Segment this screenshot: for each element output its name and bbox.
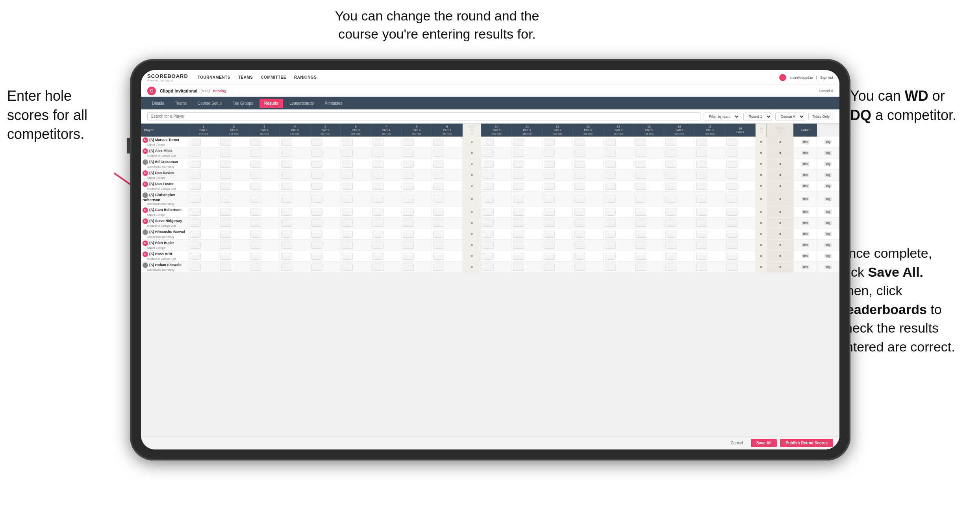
hole-9-input[interactable] xyxy=(432,181,462,192)
score-input-box[interactable] xyxy=(190,231,201,238)
score-input-box[interactable] xyxy=(574,161,585,168)
hole-17-input[interactable] xyxy=(695,148,725,159)
score-input-box[interactable] xyxy=(544,183,555,190)
score-input-box[interactable] xyxy=(635,231,646,238)
score-input-box[interactable] xyxy=(726,253,737,260)
dq-cell[interactable]: DQ xyxy=(817,218,839,229)
hole-10-input[interactable] xyxy=(482,218,512,229)
hole-10-input[interactable] xyxy=(482,192,512,207)
score-input-box[interactable] xyxy=(544,196,555,203)
score-input-box[interactable] xyxy=(250,209,261,216)
hole-9-input[interactable] xyxy=(432,148,462,159)
publish-round-scores-button[interactable]: Publish Round Scores xyxy=(780,439,833,447)
score-input-box[interactable] xyxy=(372,196,383,203)
hole-16-input[interactable] xyxy=(664,229,695,240)
hole-16-input[interactable] xyxy=(664,148,695,159)
score-input-box[interactable] xyxy=(403,161,414,168)
hole-10-input[interactable] xyxy=(482,207,512,218)
score-input-box[interactable] xyxy=(403,242,414,249)
score-input-box[interactable] xyxy=(433,242,444,249)
score-input-box[interactable] xyxy=(574,264,585,271)
hole-15-input[interactable] xyxy=(634,207,664,218)
score-input-box[interactable] xyxy=(311,161,322,168)
hole-18-input[interactable] xyxy=(725,218,756,229)
hole-10-input[interactable] xyxy=(482,159,512,170)
hole-2-input[interactable] xyxy=(219,262,249,273)
tab-leaderboards[interactable]: Leaderboards xyxy=(285,99,319,108)
wd-button[interactable]: WD xyxy=(802,140,810,144)
score-input-box[interactable] xyxy=(665,196,676,203)
score-input-box[interactable] xyxy=(635,161,646,168)
hole-6-input[interactable] xyxy=(341,251,371,262)
hole-9-input[interactable] xyxy=(432,262,462,273)
hole-15-input[interactable] xyxy=(634,262,664,273)
hole-16-input[interactable] xyxy=(664,159,695,170)
score-input-box[interactable] xyxy=(250,139,261,146)
tab-teams[interactable]: Teams xyxy=(170,99,191,108)
nav-link-rankings[interactable]: RANKINGS xyxy=(294,75,317,80)
hole-14-input[interactable] xyxy=(603,218,634,229)
hole-12-input[interactable] xyxy=(542,137,572,148)
hole-2-input[interactable] xyxy=(219,229,249,240)
score-input-box[interactable] xyxy=(635,242,646,249)
hole-9-input[interactable] xyxy=(432,218,462,229)
hole-16-input[interactable] xyxy=(664,137,695,148)
hole-1-input[interactable] xyxy=(188,192,219,207)
score-input-box[interactable] xyxy=(483,242,494,249)
score-input-box[interactable] xyxy=(696,242,707,249)
save-all-button[interactable]: Save All xyxy=(751,439,777,447)
score-input-box[interactable] xyxy=(250,253,261,260)
hole-3-input[interactable] xyxy=(249,181,280,192)
hole-17-input[interactable] xyxy=(695,137,725,148)
score-input-box[interactable] xyxy=(635,196,646,203)
hole-11-input[interactable] xyxy=(512,159,542,170)
hole-14-input[interactable] xyxy=(603,262,634,273)
score-input-box[interactable] xyxy=(403,220,414,227)
hole-7-input[interactable] xyxy=(371,229,401,240)
search-input[interactable] xyxy=(147,112,700,120)
hole-11-input[interactable] xyxy=(512,218,542,229)
hole-14-input[interactable] xyxy=(603,229,634,240)
hole-5-input[interactable] xyxy=(310,137,340,148)
hole-18-input[interactable] xyxy=(725,262,756,273)
score-input-box[interactable] xyxy=(665,139,676,146)
score-input-box[interactable] xyxy=(433,139,444,146)
score-input-box[interactable] xyxy=(726,220,737,227)
hole-3-input[interactable] xyxy=(249,218,280,229)
dq-button[interactable]: DQ xyxy=(824,162,832,166)
hole-7-input[interactable] xyxy=(371,137,401,148)
hole-7-input[interactable] xyxy=(371,170,401,181)
score-input-box[interactable] xyxy=(726,231,737,238)
hole-2-input[interactable] xyxy=(219,137,249,148)
score-input-box[interactable] xyxy=(220,220,231,227)
score-input-box[interactable] xyxy=(342,253,353,260)
score-input-box[interactable] xyxy=(513,139,524,146)
hole-4-input[interactable] xyxy=(280,148,310,159)
hole-18-input[interactable] xyxy=(725,137,756,148)
dq-cell[interactable]: DQ xyxy=(817,137,839,148)
hole-12-input[interactable] xyxy=(542,170,572,181)
hole-10-input[interactable] xyxy=(482,148,512,159)
score-input-box[interactable] xyxy=(372,150,383,157)
score-input-box[interactable] xyxy=(483,196,494,203)
score-input-box[interactable] xyxy=(635,220,646,227)
hole-15-input[interactable] xyxy=(634,218,664,229)
score-input-box[interactable] xyxy=(574,253,585,260)
score-input-box[interactable] xyxy=(372,253,383,260)
score-input-box[interactable] xyxy=(372,139,383,146)
score-input-box[interactable] xyxy=(281,196,292,203)
hole-8-input[interactable] xyxy=(402,170,432,181)
score-input-box[interactable] xyxy=(220,196,231,203)
score-input-box[interactable] xyxy=(372,220,383,227)
score-input-box[interactable] xyxy=(311,196,322,203)
hole-8-input[interactable] xyxy=(402,240,432,251)
score-input-box[interactable] xyxy=(342,161,353,168)
score-input-box[interactable] xyxy=(544,231,555,238)
score-input-box[interactable] xyxy=(513,150,524,157)
dq-cell[interactable]: DQ xyxy=(817,181,839,192)
score-input-box[interactable] xyxy=(372,161,383,168)
hole-13-input[interactable] xyxy=(573,240,603,251)
hole-4-input[interactable] xyxy=(280,207,310,218)
score-input-box[interactable] xyxy=(605,172,616,179)
hole-18-input[interactable] xyxy=(725,207,756,218)
